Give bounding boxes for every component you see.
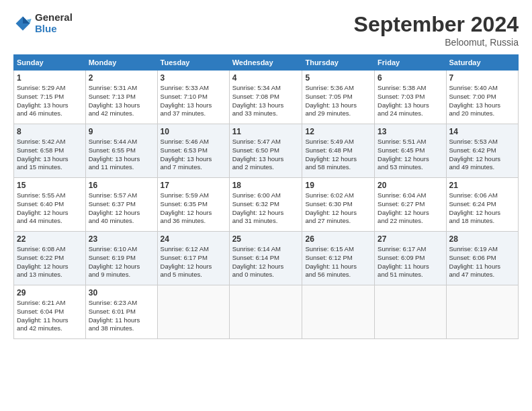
day-info: Sunrise: 5:38 AMSunset: 7:03 PMDaylight:… [378, 84, 443, 118]
table-row: 15Sunrise: 5:55 AMSunset: 6:40 PMDayligh… [14, 178, 86, 232]
header-wednesday: Wednesday [229, 55, 302, 71]
title-block: September 2024 Beloomut, Russia [354, 12, 519, 48]
logo-general-text: General [35, 12, 73, 24]
day-number: 21 [449, 181, 515, 190]
day-number: 26 [305, 234, 371, 244]
day-info: Sunrise: 6:14 AMSunset: 6:14 PMDaylight:… [232, 245, 300, 279]
table-row: 22Sunrise: 6:08 AMSunset: 6:22 PMDayligh… [14, 232, 86, 285]
calendar-week-row: 8Sunrise: 5:42 AMSunset: 6:58 PMDaylight… [14, 124, 519, 178]
day-info: Sunrise: 5:34 AMSunset: 7:08 PMDaylight:… [232, 84, 300, 118]
table-row: 13Sunrise: 5:51 AMSunset: 6:45 PMDayligh… [375, 124, 446, 178]
header-tuesday: Tuesday [157, 55, 229, 71]
logo-text: General Blue [35, 12, 73, 34]
calendar: Sunday Monday Tuesday Wednesday Thursday… [13, 54, 519, 339]
day-info: Sunrise: 5:42 AMSunset: 6:58 PMDaylight:… [17, 138, 83, 172]
day-info: Sunrise: 5:44 AMSunset: 6:55 PMDaylight:… [89, 138, 154, 172]
day-number: 25 [232, 234, 300, 244]
day-info: Sunrise: 5:36 AMSunset: 7:05 PMDaylight:… [305, 84, 371, 118]
day-number: 2 [89, 73, 154, 83]
day-number: 24 [161, 234, 226, 244]
day-info: Sunrise: 5:57 AMSunset: 6:37 PMDaylight:… [89, 191, 154, 226]
title-month: September 2024 [354, 12, 519, 37]
table-row: 26Sunrise: 6:15 AMSunset: 6:12 PMDayligh… [302, 232, 375, 285]
day-number: 5 [305, 73, 371, 83]
table-row: 7Sunrise: 5:40 AMSunset: 7:00 PMDaylight… [446, 71, 518, 124]
day-info: Sunrise: 6:00 AMSunset: 6:32 PMDaylight:… [232, 191, 300, 226]
header-thursday: Thursday [302, 55, 375, 71]
logo: General Blue [13, 12, 73, 34]
day-number: 11 [232, 127, 300, 136]
day-number: 29 [17, 288, 83, 298]
day-number: 28 [449, 234, 515, 244]
day-number: 8 [17, 127, 83, 136]
day-info: Sunrise: 5:33 AMSunset: 7:10 PMDaylight:… [161, 84, 226, 118]
day-info: Sunrise: 5:46 AMSunset: 6:53 PMDaylight:… [161, 138, 226, 172]
table-row: 19Sunrise: 6:02 AMSunset: 6:30 PMDayligh… [302, 178, 375, 232]
day-info: Sunrise: 6:08 AMSunset: 6:22 PMDaylight:… [17, 245, 83, 279]
day-info: Sunrise: 6:23 AMSunset: 6:01 PMDaylight:… [89, 299, 154, 333]
day-number: 27 [378, 234, 443, 244]
logo-icon [13, 14, 32, 33]
table-row: 5Sunrise: 5:36 AMSunset: 7:05 PMDaylight… [302, 71, 375, 124]
day-number: 22 [17, 234, 83, 244]
table-row [375, 285, 446, 339]
day-number: 13 [378, 127, 443, 136]
table-row: 21Sunrise: 6:06 AMSunset: 6:24 PMDayligh… [446, 178, 518, 232]
table-row: 9Sunrise: 5:44 AMSunset: 6:55 PMDaylight… [85, 124, 157, 178]
header-saturday: Saturday [446, 55, 518, 71]
day-number: 19 [305, 181, 371, 190]
day-info: Sunrise: 5:29 AMSunset: 7:15 PMDaylight:… [17, 84, 83, 118]
day-info: Sunrise: 6:17 AMSunset: 6:09 PMDaylight:… [378, 245, 443, 279]
table-row: 20Sunrise: 6:04 AMSunset: 6:27 PMDayligh… [375, 178, 446, 232]
day-info: Sunrise: 6:04 AMSunset: 6:27 PMDaylight:… [378, 191, 443, 226]
table-row: 11Sunrise: 5:47 AMSunset: 6:50 PMDayligh… [229, 124, 302, 178]
table-row [157, 285, 229, 339]
day-number: 1 [17, 73, 83, 83]
table-row: 16Sunrise: 5:57 AMSunset: 6:37 PMDayligh… [85, 178, 157, 232]
table-row: 28Sunrise: 6:19 AMSunset: 6:06 PMDayligh… [446, 232, 518, 285]
table-row: 3Sunrise: 5:33 AMSunset: 7:10 PMDaylight… [157, 71, 229, 124]
header-friday: Friday [375, 55, 446, 71]
calendar-week-row: 29Sunrise: 6:21 AMSunset: 6:04 PMDayligh… [14, 285, 519, 339]
day-info: Sunrise: 5:51 AMSunset: 6:45 PMDaylight:… [378, 138, 443, 172]
title-location: Beloomut, Russia [354, 37, 519, 48]
day-number: 20 [378, 181, 443, 190]
day-info: Sunrise: 6:10 AMSunset: 6:19 PMDaylight:… [89, 245, 154, 279]
day-info: Sunrise: 6:02 AMSunset: 6:30 PMDaylight:… [305, 191, 371, 226]
day-number: 7 [449, 73, 515, 83]
day-info: Sunrise: 5:55 AMSunset: 6:40 PMDaylight:… [17, 191, 83, 226]
day-number: 18 [232, 181, 300, 190]
header-monday: Monday [85, 55, 157, 71]
table-row: 4Sunrise: 5:34 AMSunset: 7:08 PMDaylight… [229, 71, 302, 124]
table-row: 25Sunrise: 6:14 AMSunset: 6:14 PMDayligh… [229, 232, 302, 285]
day-number: 12 [305, 127, 371, 136]
day-info: Sunrise: 5:49 AMSunset: 6:48 PMDaylight:… [305, 138, 371, 172]
calendar-week-row: 15Sunrise: 5:55 AMSunset: 6:40 PMDayligh… [14, 178, 519, 232]
day-info: Sunrise: 6:21 AMSunset: 6:04 PMDaylight:… [17, 299, 83, 333]
table-row [229, 285, 302, 339]
header-sunday: Sunday [14, 55, 86, 71]
table-row: 18Sunrise: 6:00 AMSunset: 6:32 PMDayligh… [229, 178, 302, 232]
table-row: 17Sunrise: 5:59 AMSunset: 6:35 PMDayligh… [157, 178, 229, 232]
table-row: 24Sunrise: 6:12 AMSunset: 6:17 PMDayligh… [157, 232, 229, 285]
day-number: 4 [232, 73, 300, 83]
table-row: 8Sunrise: 5:42 AMSunset: 6:58 PMDaylight… [14, 124, 86, 178]
header: General Blue September 2024 Beloomut, Ru… [13, 12, 519, 48]
table-row: 6Sunrise: 5:38 AMSunset: 7:03 PMDaylight… [375, 71, 446, 124]
day-number: 15 [17, 181, 83, 190]
day-info: Sunrise: 5:31 AMSunset: 7:13 PMDaylight:… [89, 84, 154, 118]
day-number: 23 [89, 234, 154, 244]
day-number: 16 [89, 181, 154, 190]
table-row [302, 285, 375, 339]
table-row: 2Sunrise: 5:31 AMSunset: 7:13 PMDaylight… [85, 71, 157, 124]
page: General Blue September 2024 Beloomut, Ru… [0, 0, 532, 411]
table-row: 1Sunrise: 5:29 AMSunset: 7:15 PMDaylight… [14, 71, 86, 124]
table-row: 10Sunrise: 5:46 AMSunset: 6:53 PMDayligh… [157, 124, 229, 178]
day-number: 9 [89, 127, 154, 136]
table-row: 27Sunrise: 6:17 AMSunset: 6:09 PMDayligh… [375, 232, 446, 285]
day-number: 14 [449, 127, 515, 136]
logo-blue-text: Blue [35, 24, 73, 35]
table-row: 30Sunrise: 6:23 AMSunset: 6:01 PMDayligh… [85, 285, 157, 339]
day-number: 3 [161, 73, 226, 83]
table-row: 12Sunrise: 5:49 AMSunset: 6:48 PMDayligh… [302, 124, 375, 178]
